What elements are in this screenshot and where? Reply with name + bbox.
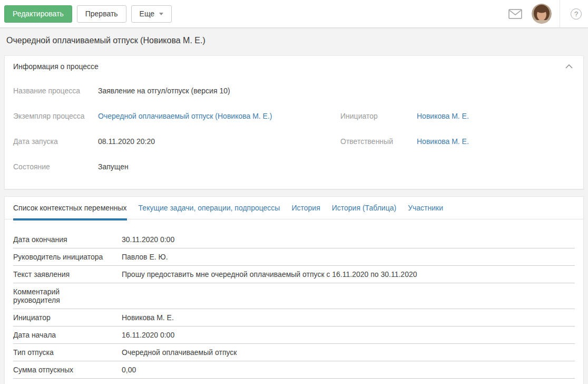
table-row-vacation-type: Тип отпуска Очередной оплачиваемый отпус… xyxy=(13,344,575,361)
caret-down-icon xyxy=(159,13,163,15)
field-label-start-date: Дата запуска xyxy=(13,137,98,146)
edit-button[interactable]: Редактировать xyxy=(4,5,72,23)
field-value-start-date: 08.11.2020 20:20 xyxy=(98,137,155,146)
initiator-link[interactable]: Новикова М. Е. xyxy=(122,313,174,322)
table-row-initiator: Инициатор Новикова М. Е. xyxy=(13,309,575,327)
info-row-state: Состояние Запущен xyxy=(13,154,575,179)
tabs-card: Список контекстных переменных Текущие за… xyxy=(4,196,584,384)
page-title: Очередной оплачиваемый отпуск (Новикова … xyxy=(6,35,582,46)
chevron-up-icon[interactable] xyxy=(565,64,573,69)
process-info-header: Информация о процессе xyxy=(13,62,99,71)
table-row-end-date: Дата окончания 30.11.2020 0:00 xyxy=(13,231,575,248)
table-row-start-date: Дата начала 16.11.2020 0:00 xyxy=(13,327,575,344)
tab-context-variables[interactable]: Список контекстных переменных xyxy=(13,204,127,219)
table-row-request-text: Текст заявления Прошу предоставить мне о… xyxy=(13,266,575,283)
info-row-date-responsible: Дата запуска 08.11.2020 20:20 Ответствен… xyxy=(13,129,575,154)
table-row-vacation-amount: Сумма отпускных 0,00 xyxy=(13,361,575,379)
field-label-process-instance: Экземпляр процесса xyxy=(13,112,98,120)
toolbar-divider xyxy=(560,0,560,27)
help-icon[interactable]: ? xyxy=(571,8,582,20)
interrupt-button[interactable]: Прервать xyxy=(77,5,126,23)
process-info-card: Информация о процессе Название процесса … xyxy=(4,55,584,189)
tab-current-tasks[interactable]: Текущие задачи, операции, подпроцессы xyxy=(139,204,280,219)
field-value-state: Запущен xyxy=(98,162,129,171)
top-toolbar: Редактировать Прервать Еще xyxy=(0,0,588,28)
tab-history[interactable]: История xyxy=(291,204,320,219)
field-label-initiator: Инициатор xyxy=(340,112,417,120)
table-row-manager-comment: Комментарий руководителя xyxy=(13,283,575,309)
user-avatar[interactable] xyxy=(532,4,552,24)
mail-icon[interactable] xyxy=(508,9,522,19)
tab-participants[interactable]: Участники xyxy=(408,204,443,219)
more-button[interactable]: Еще xyxy=(131,5,172,23)
field-value-responsible-link[interactable]: Новикова М. Е. xyxy=(417,137,469,146)
field-value-process-name: Заявление на отгул/отпуск (версия 10) xyxy=(98,87,230,95)
field-value-initiator-link[interactable]: Новикова М. Е. xyxy=(417,112,469,120)
initiator-manager-link[interactable]: Павлов Е. Ю. xyxy=(122,253,168,261)
more-button-label: Еще xyxy=(140,9,155,18)
info-row-process-name: Название процесса Заявление на отгул/отп… xyxy=(13,78,575,103)
field-label-process-name: Название процесса xyxy=(13,87,98,95)
info-row-instance-initiator: Экземпляр процесса Очередной оплачиваемы… xyxy=(13,103,575,129)
context-variables-table: Дата окончания 30.11.2020 0:00 Руководит… xyxy=(5,219,583,379)
table-row-initiator-manager: Руководитель инициатора Павлов Е. Ю. xyxy=(13,248,575,266)
field-label-responsible: Ответственный xyxy=(340,137,417,146)
field-value-process-instance-link[interactable]: Очередной оплачиваемый отпуск (Новикова … xyxy=(98,112,272,120)
field-label-state: Состояние xyxy=(13,162,98,171)
tab-bar: Список контекстных переменных Текущие за… xyxy=(5,197,583,219)
tab-history-table[interactable]: История (Таблица) xyxy=(332,204,396,219)
